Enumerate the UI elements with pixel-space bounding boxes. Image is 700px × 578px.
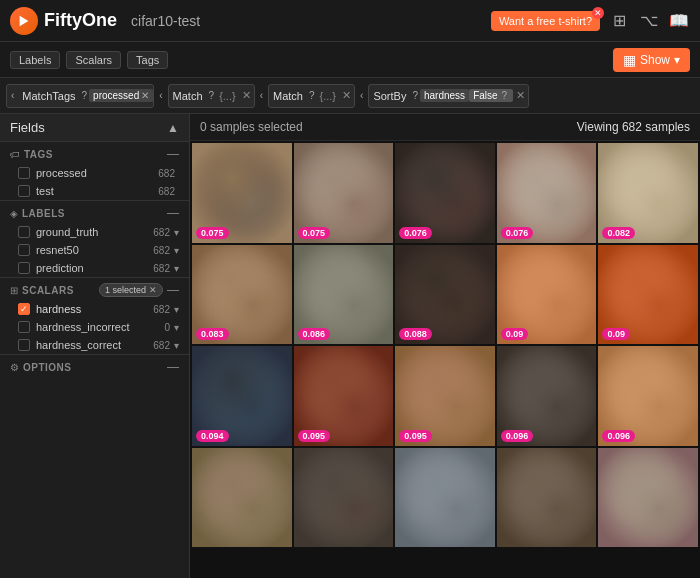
score-badge: 0.096 — [501, 430, 534, 442]
hardness-correct-count: 682 — [153, 340, 170, 351]
filter-sep3-arrow[interactable]: ‹ — [358, 90, 365, 101]
hardness-correct-checkbox[interactable] — [18, 339, 30, 351]
sidebar-item-hardness: hardness 682 ▾ — [0, 300, 189, 318]
ground-truth-checkbox[interactable] — [18, 226, 30, 238]
grid-icon[interactable]: ⊞ — [608, 10, 630, 32]
hardness-incorrect-label: hardness_incorrect — [36, 321, 164, 333]
options-section-header: ⚙ OPTIONS — — [0, 354, 189, 379]
score-badge: 0.088 — [399, 328, 432, 340]
image-cell[interactable]: 0.075 — [192, 143, 292, 243]
show-button[interactable]: ▦ Show ▾ — [613, 48, 690, 72]
image-cell[interactable]: 0.096 — [598, 346, 698, 446]
hardness-count: 682 — [153, 304, 170, 315]
filter-sortby-order-help[interactable]: ? — [500, 90, 510, 101]
svg-marker-0 — [20, 15, 29, 26]
image-cell[interactable]: 0.095 — [395, 346, 495, 446]
image-cell[interactable]: 0.083 — [192, 245, 292, 345]
ground-truth-arrow[interactable]: ▾ — [174, 227, 179, 238]
filter-sortby-close[interactable]: ✕ — [513, 89, 528, 102]
test-label: test — [36, 185, 158, 197]
options-collapse[interactable]: — — [167, 360, 179, 374]
scalars-tab[interactable]: Scalars — [66, 51, 121, 69]
tshirt-close-icon[interactable]: ✕ — [592, 7, 604, 19]
hardness-incorrect-arrow[interactable]: ▾ — [174, 322, 179, 333]
filter-match1-help[interactable]: ? — [207, 90, 217, 101]
hardness-correct-arrow[interactable]: ▾ — [174, 340, 179, 351]
filter-sortby-value: hardness — [420, 89, 469, 102]
content-area: 0 samples selected Viewing 682 samples 0… — [190, 114, 700, 578]
labels-icon: ◈ — [10, 208, 18, 219]
github-icon[interactable]: ⌥ — [638, 10, 660, 32]
resnet50-arrow[interactable]: ▾ — [174, 245, 179, 256]
hardness-incorrect-checkbox[interactable] — [18, 321, 30, 333]
image-cell[interactable]: 0.076 — [497, 143, 597, 243]
image-cell[interactable] — [497, 448, 597, 548]
image-cell[interactable]: 0.082 — [598, 143, 698, 243]
hardness-arrow[interactable]: ▾ — [174, 304, 179, 315]
resnet50-checkbox[interactable] — [18, 244, 30, 256]
image-cell[interactable] — [192, 448, 292, 548]
labels-collapse[interactable]: — — [167, 206, 179, 220]
labels-tab[interactable]: Labels — [10, 51, 60, 69]
viewing-count: 682 — [622, 120, 642, 134]
image-cell[interactable]: 0.095 — [294, 346, 394, 446]
image-cell[interactable] — [294, 448, 394, 548]
labels-section-header: ◈ LABELS — — [0, 200, 189, 223]
score-badge: 0.095 — [399, 430, 432, 442]
prediction-label: prediction — [36, 262, 153, 274]
scalars-badge-remove[interactable]: ✕ — [149, 285, 157, 295]
hardness-incorrect-count: 0 — [164, 322, 170, 333]
score-badge: 0.094 — [196, 430, 229, 442]
image-grid: 0.0750.0750.0760.0760.0820.0830.0860.088… — [190, 141, 700, 549]
filter-sortby-help[interactable]: ? — [410, 90, 420, 101]
prediction-checkbox[interactable] — [18, 262, 30, 274]
image-cell[interactable]: 0.086 — [294, 245, 394, 345]
processed-checkbox[interactable] — [18, 167, 30, 179]
hardness-label: hardness — [36, 303, 153, 315]
topbar-actions: Want a free t-shirt? ✕ ⊞ ⌥ 📖 — [491, 10, 690, 32]
image-cell[interactable]: 0.09 — [598, 245, 698, 345]
tags-collapse[interactable]: — — [167, 147, 179, 161]
processed-count: 682 — [158, 168, 175, 179]
secondbar: Labels Scalars Tags ▦ Show ▾ — [0, 42, 700, 78]
filter-sep2-arrow[interactable]: ‹ — [258, 90, 265, 101]
tags-section-title: TAGS — [24, 149, 167, 160]
samples-selected-info: 0 samples selected — [200, 120, 303, 134]
tags-tab[interactable]: Tags — [127, 51, 168, 69]
filter-match2-close[interactable]: ✕ — [339, 89, 354, 102]
filterbar: ‹ MatchTags ? processed ✕ ‹ Match ? {...… — [0, 78, 700, 114]
image-cell[interactable]: 0.076 — [395, 143, 495, 243]
image-cell[interactable] — [395, 448, 495, 548]
score-badge: 0.095 — [298, 430, 331, 442]
score-badge: 0.075 — [196, 227, 229, 239]
topbar: FiftyOne cifar10-test Want a free t-shir… — [0, 0, 700, 42]
sidebar-item-ground-truth: ground_truth 682 ▾ — [0, 223, 189, 241]
hardness-checkbox[interactable] — [18, 303, 30, 315]
image-cell[interactable]: 0.075 — [294, 143, 394, 243]
sidebar-item-hardness-correct: hardness_correct 682 ▾ — [0, 336, 189, 354]
logo: FiftyOne cifar10-test — [10, 7, 200, 35]
image-cell[interactable]: 0.094 — [192, 346, 292, 446]
filter-sep1-arrow[interactable]: ‹ — [157, 90, 164, 101]
filter-match1-label: Match — [169, 90, 207, 102]
image-cell[interactable]: 0.088 — [395, 245, 495, 345]
sidebar-item-processed: processed 682 — [0, 164, 189, 182]
filter-matchtags-remove[interactable]: ✕ — [141, 90, 149, 101]
filter-matchtags-left[interactable]: ‹ — [7, 90, 18, 101]
image-cell[interactable]: 0.096 — [497, 346, 597, 446]
filter-matchtags-help[interactable]: ? — [80, 90, 90, 101]
filter-match2-help[interactable]: ? — [307, 90, 317, 101]
sidebar-collapse[interactable]: ▲ — [167, 121, 179, 135]
score-badge: 0.075 — [298, 227, 331, 239]
image-cell[interactable]: 0.09 — [497, 245, 597, 345]
image-cell[interactable] — [598, 448, 698, 548]
filter-sortby: SortBy ? hardness False ? ✕ — [368, 84, 529, 108]
ground-truth-count: 682 — [153, 227, 170, 238]
filter-match1-close[interactable]: ✕ — [239, 89, 254, 102]
prediction-arrow[interactable]: ▾ — [174, 263, 179, 274]
viewing-info: Viewing 682 samples — [577, 120, 690, 134]
test-checkbox[interactable] — [18, 185, 30, 197]
book-icon[interactable]: 📖 — [668, 10, 690, 32]
tshirt-button[interactable]: Want a free t-shirt? ✕ — [491, 11, 600, 31]
scalars-collapse[interactable]: — — [167, 283, 179, 297]
